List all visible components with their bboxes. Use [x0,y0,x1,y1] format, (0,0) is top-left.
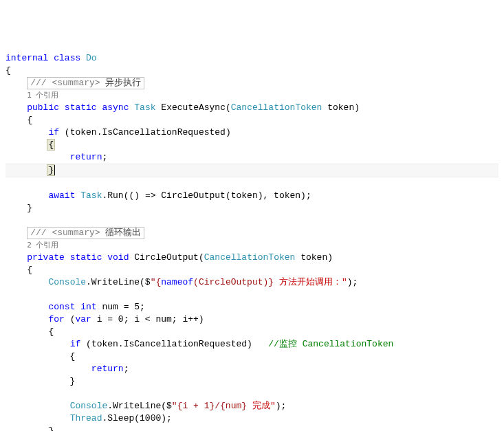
if-cond: (token.IsCancellationRequested) [65,127,231,137]
type-console: Console [48,277,86,287]
for-rest: i = 0; i < num; i++) [91,314,204,324]
xml-summary-collapsed[interactable]: /// <summary> 循环输出 [27,227,144,239]
type-thread: Thread [70,413,102,423]
kw-return: return [91,364,124,374]
string-cn: 方法开始调用：" [274,277,347,287]
kw-await: await [48,190,75,201]
type-task: Task [134,102,155,113]
codelens-references[interactable]: 2 个引用 [27,241,58,250]
param: token [300,252,327,263]
kw-if: if [70,339,81,349]
writeline-call: .WriteLine($ [86,277,151,287]
code-block: internal class Do { /// <summary> 异步执行 1… [6,52,498,431]
kw-nameof: nameof [161,277,193,287]
kw-void: void [107,252,129,263]
kw-static: static [65,102,97,113]
type-cancellationtoken: CancellationToken [204,252,296,263]
type-cancellationtoken: CancellationToken [231,102,322,113]
brace-open-highlight: { [47,139,55,151]
current-line: } [6,164,498,177]
kw-static: static [70,252,102,263]
sleep-call: .Sleep(1000); [102,413,171,423]
string-part: "{i + 1}/{num} [172,401,247,411]
string-cn: 完成" [247,401,276,411]
codelens-references[interactable]: 1 个引用 [27,91,58,100]
string-part: "{ [151,277,162,287]
if-cond: (token.IsCancellationRequested) [86,339,252,349]
method-name: CircleOutput [134,252,199,263]
xml-summary-collapsed[interactable]: /// <summary> 异步执行 [27,77,144,89]
kw-for: for [48,314,64,324]
kw-const: const [48,302,75,312]
class-name: Do [86,53,97,63]
kw-class: class [54,53,80,63]
comment: //监控 CancellationToken [268,339,393,349]
param: token [327,102,354,113]
paren-close: ); [347,277,358,287]
text-caret [54,165,55,175]
kw-var: var [75,314,91,324]
kw-private: private [27,252,65,263]
num-decl: num = 5; [102,302,144,312]
task-run-call: .Run(() => CircleOutput(token), token); [102,190,311,201]
kw-return: return [70,152,102,162]
kw-internal: internal [6,53,48,63]
type-task: Task [80,190,102,201]
kw-async: async [102,102,129,113]
kw-int: int [80,302,96,312]
kw-public: public [27,102,59,113]
method-name: ExecuteAsync [161,102,226,113]
paren-close: ); [276,401,287,411]
kw-if: if [48,127,59,137]
type-console: Console [70,401,108,411]
string-part: (CircleOutput)} [193,277,274,287]
writeline-call: .WriteLine($ [107,401,172,411]
